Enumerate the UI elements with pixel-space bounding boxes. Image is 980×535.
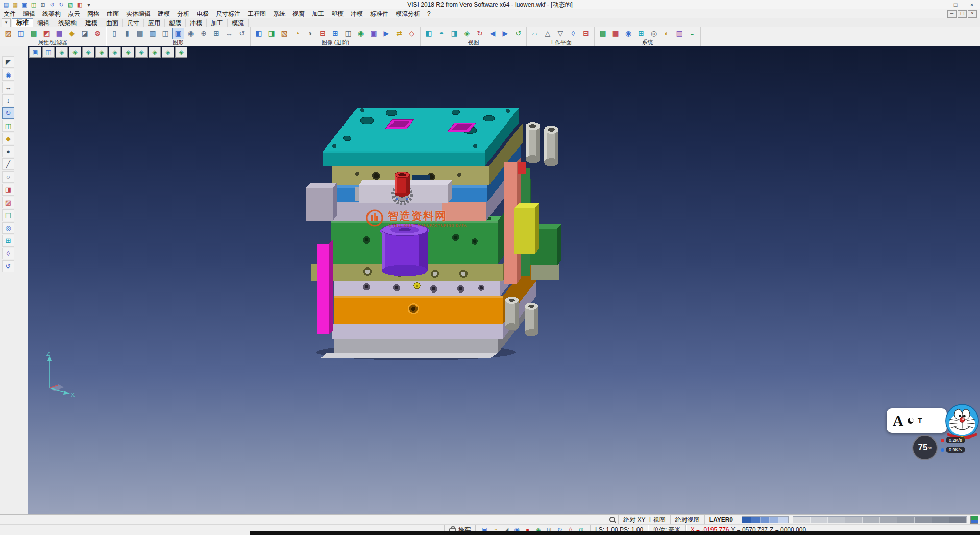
tab-曲面[interactable]: 曲面: [102, 19, 123, 27]
compare-icon[interactable]: ⇄: [393, 28, 405, 39]
grid-snap-icon[interactable]: ⊞: [2, 235, 14, 247]
trim-icon[interactable]: ◨: [2, 184, 14, 196]
widget-card[interactable]: A T: [887, 408, 947, 433]
camera-icon[interactable]: ◉: [355, 28, 367, 39]
rotate-tool-icon[interactable]: ↻: [2, 107, 14, 119]
advanced-measure-icon[interactable]: ◇: [406, 28, 418, 39]
clipping-icon[interactable]: ⊞: [329, 28, 341, 39]
tab-尺寸[interactable]: 尺寸: [123, 19, 144, 27]
view-color-swatch[interactable]: [949, 517, 967, 523]
quick-access-dropdown-icon[interactable]: ▾: [85, 1, 93, 9]
menu-item-塑模[interactable]: 塑模: [328, 9, 347, 18]
view-rotate-icon[interactable]: ↻: [474, 28, 486, 39]
selection-mode-icon[interactable]: ◐: [660, 28, 673, 39]
ucs-icon[interactable]: ◊: [2, 248, 14, 259]
filter-element-icon[interactable]: ▦: [53, 28, 65, 39]
tab-塑膜[interactable]: 塑膜: [165, 19, 186, 27]
search-icon[interactable]: [609, 516, 616, 523]
menu-item-加工[interactable]: 加工: [308, 9, 328, 18]
workplane-3points-icon[interactable]: △: [542, 28, 554, 39]
tab-标准[interactable]: 标准: [12, 18, 33, 27]
viewport-3d[interactable]: ▣◫◈◈◈◈◈◈◈◈◈◈: [28, 46, 980, 515]
snapshot-icon[interactable]: ▣: [368, 28, 380, 39]
lighting-icon[interactable]: ◔: [291, 28, 303, 39]
progress-circle[interactable]: 75%: [912, 435, 938, 460]
redraw-icon[interactable]: ↺: [2, 260, 14, 272]
zoom-window-icon[interactable]: ⊞: [210, 28, 223, 39]
mirror-icon[interactable]: ◫: [2, 120, 14, 132]
view-next-icon[interactable]: ▶: [499, 28, 511, 39]
regenerate-icon[interactable]: ↺: [236, 28, 248, 39]
new-file-icon[interactable]: ▤: [2, 1, 10, 9]
overlay-widget[interactable]: A T 75%: [886, 403, 980, 467]
view-cube-dimetric-icon[interactable]: ◈: [162, 47, 174, 58]
save-all-icon[interactable]: ◫: [30, 1, 38, 9]
shadow-icon[interactable]: ◑: [304, 28, 316, 39]
zoom-extents-icon[interactable]: ⊕: [198, 28, 210, 39]
menu-item-模流分析[interactable]: 模流分析: [392, 9, 424, 18]
workplane-reset-icon[interactable]: ⊟: [580, 28, 592, 39]
undo-icon[interactable]: ↺: [48, 1, 56, 9]
menu-item-视窗[interactable]: 视窗: [289, 9, 308, 18]
copy-attributes-icon[interactable]: ◫: [15, 28, 27, 39]
filter-color-icon[interactable]: ◩: [40, 28, 53, 39]
view-top-icon[interactable]: ◓: [435, 28, 448, 39]
view-cube-top-icon[interactable]: ◈: [69, 47, 81, 58]
workplane-entity-icon[interactable]: ◊: [567, 28, 579, 39]
layers-icon[interactable]: ▧: [66, 1, 75, 9]
orbit-icon[interactable]: ◉: [185, 28, 197, 39]
view-cube-front-icon[interactable]: ◈: [82, 47, 94, 58]
circle-icon[interactable]: ○: [2, 171, 14, 183]
menu-item-曲面[interactable]: 曲面: [103, 9, 122, 18]
view-front-icon[interactable]: ◧: [423, 28, 435, 39]
layer-manager-icon[interactable]: ▤: [597, 28, 609, 39]
view-cube-axonometric-icon[interactable]: ◈: [149, 47, 161, 58]
menu-item-文件[interactable]: 文件: [0, 9, 19, 18]
menu-item-冲模[interactable]: 冲模: [347, 9, 366, 18]
view-color-swatch[interactable]: [915, 517, 932, 523]
session-info-icon[interactable]: ◒: [686, 28, 698, 39]
layer-assign-icon[interactable]: ▤: [2, 209, 14, 221]
view-mode-cell[interactable]: 绝对 XY 上视图: [618, 515, 670, 525]
menu-item-实体编辑[interactable]: 实体编辑: [122, 9, 154, 18]
advanced-render-icon[interactable]: ◧: [253, 28, 265, 39]
pan-tool-icon[interactable]: ↕: [2, 94, 14, 106]
tab-建模[interactable]: 建模: [81, 19, 102, 27]
menu-item-电极[interactable]: 电极: [193, 9, 212, 18]
layer-color-swatch[interactable]: [751, 517, 761, 523]
tab-加工[interactable]: 加工: [207, 19, 228, 27]
section-icon[interactable]: ⊟: [316, 28, 329, 39]
mdi-restore-button[interactable]: ▢: [958, 10, 967, 18]
view-color-swatch[interactable]: [897, 517, 915, 523]
view-color-swatch[interactable]: [863, 517, 880, 523]
redo-icon[interactable]: ↻: [57, 1, 65, 9]
magnet-snap-icon[interactable]: ◆: [66, 28, 78, 39]
grid-icon[interactable]: ⊞: [635, 28, 647, 39]
hidden-line-icon[interactable]: ▥: [146, 28, 159, 39]
layer-color-swatch[interactable]: [742, 517, 751, 523]
view-cube-user-icon[interactable]: ◈: [175, 47, 187, 58]
material-icon[interactable]: ◨: [265, 28, 278, 39]
animation-icon[interactable]: ▶: [380, 28, 393, 39]
menu-item-分析[interactable]: 分析: [174, 9, 193, 18]
texture-icon[interactable]: ▧: [278, 28, 290, 39]
view-color-swatch[interactable]: [811, 517, 828, 523]
mdi-close-button[interactable]: ×: [968, 10, 977, 18]
view-cube-back-icon[interactable]: ◈: [122, 47, 134, 58]
tab-dropdown-icon[interactable]: ▾: [2, 18, 11, 27]
menu-item-线架构[interactable]: 线架构: [39, 9, 64, 18]
view-color-swatch[interactable]: [828, 517, 845, 523]
layer-color-swatch[interactable]: [761, 517, 770, 523]
view-color-swatch[interactable]: [845, 517, 863, 523]
view-color-swatch[interactable]: [880, 517, 897, 523]
mask-icon[interactable]: ◪: [79, 28, 91, 39]
tab-线架构[interactable]: 线架构: [54, 19, 81, 27]
menu-item-?[interactable]: ?: [424, 9, 434, 18]
zoom-window-view-icon[interactable]: ◫: [42, 47, 55, 58]
view-iso-icon[interactable]: ◈: [461, 28, 473, 39]
erase-icon[interactable]: ▨: [2, 197, 14, 208]
display-list-icon[interactable]: ▯: [108, 28, 120, 39]
menu-item-标准件[interactable]: 标准件: [366, 9, 392, 18]
view-cube-left-icon[interactable]: ◈: [109, 47, 121, 58]
close-button[interactable]: ×: [964, 1, 980, 9]
